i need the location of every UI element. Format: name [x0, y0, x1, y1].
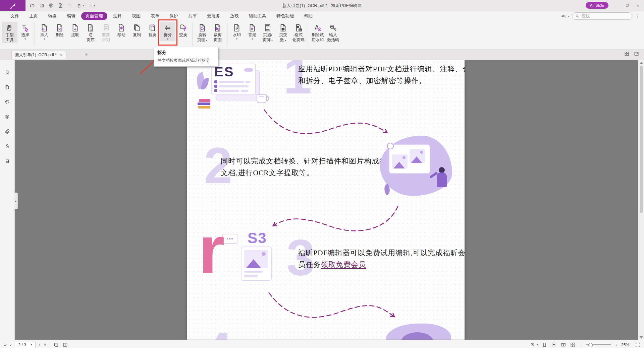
- status-bar: « ‹ 2 / 3 ▾ › » ▾ − + 25%: [0, 340, 644, 348]
- menu-tab-accessibility[interactable]: 辅助工具: [245, 12, 271, 20]
- dropdown-caret-icon[interactable]: ▾: [206, 39, 207, 42]
- dropdown-caret-icon[interactable]: ▾: [167, 38, 168, 41]
- close-button[interactable]: ×: [633, 0, 643, 11]
- bates-number-button[interactable]: 贝茨数▾: [275, 22, 291, 44]
- scroll-up-icon[interactable]: [640, 62, 643, 64]
- menu-tab-protect[interactable]: 保护: [165, 12, 182, 20]
- crop-page-button[interactable]: 裁剪页面: [210, 22, 225, 43]
- restore-button[interactable]: [622, 0, 633, 11]
- page-dropdown-caret-icon[interactable]: ▾: [31, 343, 32, 346]
- first-page-button[interactable]: «: [4, 343, 7, 347]
- watermark-button[interactable]: 水印▾: [229, 22, 245, 41]
- dropdown-caret-icon[interactable]: ▾: [24, 38, 26, 41]
- sidebar-item-layers[interactable]: [0, 109, 14, 124]
- menu-tab-features[interactable]: 特色功能: [272, 12, 298, 20]
- single-page-icon[interactable]: [542, 342, 547, 348]
- sidebar-expand-handle[interactable]: ▸: [14, 193, 18, 209]
- menu-tab-convert[interactable]: 转换: [44, 12, 61, 20]
- menu-tab-slideshow[interactable]: 放映: [226, 12, 243, 20]
- menu-tab-comment[interactable]: 注释: [109, 12, 126, 20]
- dropdown-caret-icon[interactable]: ▾: [252, 38, 253, 41]
- menu-tab-label: 共享: [188, 13, 197, 18]
- dropdown-caret-icon[interactable]: ▾: [83, 4, 84, 7]
- last-page-button[interactable]: »: [44, 343, 47, 347]
- menu-tab-file[interactable]: 文件: [6, 12, 23, 20]
- menu-tab-share[interactable]: 共享: [184, 12, 201, 20]
- sidebar-item-form-fields[interactable]: [0, 153, 14, 168]
- filter-search-icon[interactable]: [561, 13, 567, 19]
- dropdown-caret-icon[interactable]: ▾: [285, 39, 286, 42]
- header-footer-button[interactable]: 页眉/页脚▾: [260, 22, 275, 44]
- dropdown-caret-icon[interactable]: ▾: [236, 38, 237, 41]
- fit-screen-icon[interactable]: [635, 342, 641, 348]
- page-number-box[interactable]: 2 / 3 ▾: [15, 342, 35, 348]
- print-button[interactable]: [48, 2, 55, 10]
- sidebar-item-bookmarks[interactable]: [0, 65, 14, 80]
- copy-page-button[interactable]: 复制: [129, 22, 145, 38]
- minimize-button[interactable]: –: [611, 0, 622, 11]
- zoom-slider-knob[interactable]: [588, 343, 593, 347]
- sidebar-item-page-thumbnails[interactable]: [0, 80, 14, 94]
- move-page-button[interactable]: 移动: [114, 22, 129, 38]
- free-membership-link[interactable]: 领取免费会员: [321, 261, 366, 269]
- delete-page-button[interactable]: 删除: [52, 22, 67, 38]
- previous-page-button[interactable]: ‹: [10, 343, 12, 347]
- more-icon[interactable]: [635, 13, 641, 19]
- insert-page-button[interactable]: 插入▾: [37, 22, 52, 41]
- vertical-scrollbar[interactable]: [638, 60, 644, 340]
- hand-tool-button[interactable]: 手型工具: [2, 22, 17, 43]
- continuous-facing-icon[interactable]: [570, 342, 576, 348]
- split-page-button[interactable]: 拆分▾: [160, 22, 175, 41]
- menu-tab-help[interactable]: 帮助: [300, 12, 317, 20]
- zoom-in-button[interactable]: +: [615, 342, 618, 348]
- hand-button[interactable]: ▾: [76, 2, 85, 10]
- dropdown-caret-icon[interactable]: ▾: [44, 38, 45, 41]
- open-button[interactable]: [29, 2, 36, 10]
- save-button[interactable]: [38, 2, 45, 10]
- remove-trial-watermark-button[interactable]: 删除试用水印: [310, 22, 325, 43]
- search-input[interactable]: [581, 13, 629, 19]
- new-doc-button[interactable]: [57, 2, 64, 10]
- format-page-number-button[interactable]: 格式化页码: [291, 22, 306, 43]
- new-page-icon: [58, 3, 63, 8]
- continuous-icon[interactable]: [551, 342, 557, 348]
- reverse-order-button[interactable]: 12逆页序: [83, 22, 98, 43]
- customize-toolbar-button[interactable]: ▾: [87, 2, 96, 10]
- user-account-badge[interactable]: A - Sh3n: [586, 2, 608, 9]
- sidebar-item-security[interactable]: [0, 139, 14, 153]
- menu-tab-page-organize[interactable]: 页面管理: [81, 12, 107, 20]
- new-tab-button[interactable]: +: [85, 51, 88, 57]
- menu-tab-home[interactable]: 主页: [25, 12, 42, 20]
- rotate-page-button[interactable]: 旋转页面▾: [195, 22, 210, 44]
- next-page-button[interactable]: ›: [39, 343, 41, 347]
- zoom-slider[interactable]: [586, 344, 611, 345]
- sidebar-item-comments[interactable]: [0, 94, 14, 109]
- zoom-out-button[interactable]: −: [579, 342, 582, 348]
- clone-page-icon[interactable]: [53, 342, 59, 348]
- extract-page-button[interactable]: 提取: [67, 22, 83, 38]
- facing-icon[interactable]: [560, 342, 566, 348]
- document-tab[interactable]: 新人引导(1)_OCR.pdf * ×: [11, 51, 66, 59]
- scroll-down-icon[interactable]: [640, 336, 643, 339]
- scrollbar-thumb[interactable]: [640, 66, 643, 213]
- background-button[interactable]: 背景▾: [245, 22, 260, 41]
- select-button[interactable]: 选择▾: [17, 22, 33, 41]
- dropdown-caret-icon[interactable]: ▾: [271, 39, 273, 42]
- tab-close-icon[interactable]: ×: [60, 53, 63, 57]
- menu-tab-edit[interactable]: 编辑: [62, 12, 80, 20]
- menu-tab-view[interactable]: 视图: [127, 12, 145, 20]
- size-caret-icon[interactable]: ▾: [537, 343, 538, 346]
- enter-activation-code-button[interactable]: 输入激活码: [325, 22, 341, 43]
- reading-layout-icon[interactable]: [634, 51, 639, 57]
- filter-search-caret-icon[interactable]: ▾: [568, 15, 569, 18]
- menu-tab-form[interactable]: 表单: [146, 12, 164, 20]
- menu-tab-cloud[interactable]: 云服务: [203, 12, 224, 20]
- swap-page-button[interactable]: 交换: [175, 22, 191, 38]
- actual-size-icon[interactable]: [530, 342, 535, 348]
- snapshot-icon[interactable]: [62, 342, 68, 348]
- search-box[interactable]: [572, 12, 632, 20]
- dropdown-caret-icon[interactable]: ▾: [94, 4, 95, 7]
- grid-view-icon[interactable]: [624, 51, 630, 57]
- sidebar-item-attachments[interactable]: [0, 124, 14, 139]
- replace-page-button[interactable]: 替换: [145, 22, 160, 38]
